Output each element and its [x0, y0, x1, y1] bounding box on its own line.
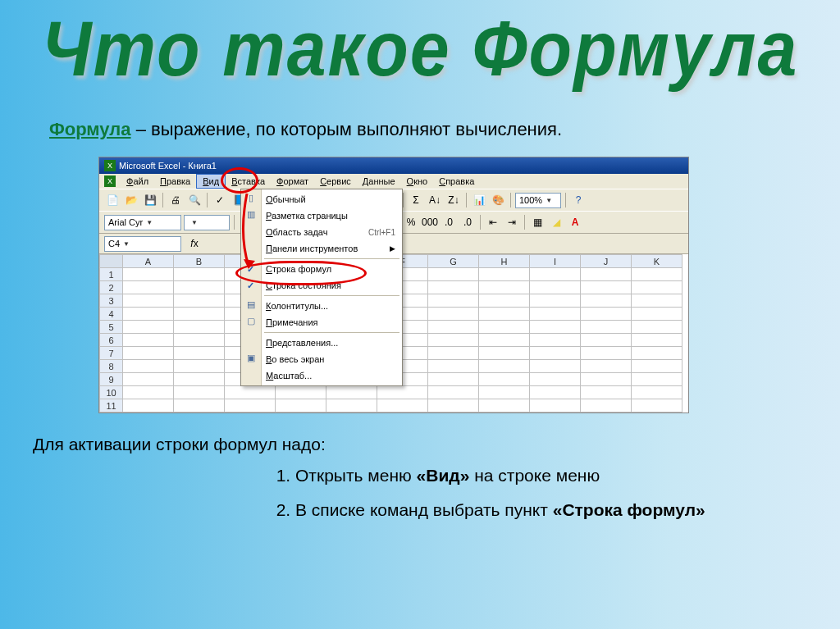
cell[interactable] — [530, 399, 581, 412]
cell[interactable] — [377, 386, 428, 399]
cell[interactable] — [174, 281, 225, 294]
menu-item[interactable]: Представления... — [241, 335, 402, 351]
cell[interactable] — [479, 294, 530, 308]
cell[interactable] — [428, 321, 479, 334]
column-header[interactable]: J — [581, 255, 632, 268]
cell[interactable] — [123, 347, 174, 360]
drawing-button[interactable]: 🎨 — [490, 192, 506, 208]
cell[interactable] — [123, 386, 174, 399]
cell[interactable] — [530, 281, 581, 294]
menu-справка[interactable]: Справка — [433, 175, 480, 188]
cell[interactable] — [581, 268, 632, 281]
autosum-button[interactable]: Σ — [408, 192, 424, 208]
cell[interactable] — [174, 321, 225, 334]
cell[interactable] — [123, 308, 174, 321]
cell[interactable] — [174, 268, 225, 281]
cell[interactable] — [581, 281, 632, 294]
cell[interactable] — [530, 386, 581, 399]
borders-button[interactable]: ▦ — [529, 214, 546, 230]
row-header[interactable]: 5 — [100, 321, 123, 334]
cell[interactable] — [174, 294, 225, 308]
row-header[interactable]: 11 — [100, 399, 123, 412]
cell[interactable] — [632, 373, 682, 386]
cell[interactable] — [479, 373, 530, 386]
menu-item[interactable]: ▢Примечания — [241, 314, 402, 330]
menu-вид[interactable]: Вид — [196, 174, 226, 189]
cell[interactable] — [479, 334, 530, 347]
row-header[interactable]: 7 — [100, 347, 123, 360]
menu-item[interactable]: Строка состояния — [241, 277, 402, 294]
menu-item[interactable]: Область задачCtrl+F1 — [241, 224, 402, 240]
cell[interactable] — [428, 294, 479, 308]
cell[interactable] — [530, 308, 581, 321]
cell[interactable] — [581, 347, 632, 360]
cell[interactable] — [530, 347, 581, 360]
column-header[interactable]: B — [174, 255, 225, 268]
fill-color-button[interactable]: ◢ — [548, 214, 564, 230]
menu-вставка[interactable]: Вставка — [226, 175, 271, 188]
row-header[interactable]: 9 — [100, 373, 123, 386]
cell[interactable] — [632, 347, 682, 360]
cell[interactable] — [225, 399, 276, 412]
cell[interactable] — [174, 308, 225, 321]
open-button[interactable]: 📂 — [123, 192, 139, 208]
cell[interactable] — [632, 321, 682, 334]
cell[interactable] — [123, 321, 174, 334]
cell[interactable] — [581, 334, 632, 347]
row-header[interactable]: 2 — [100, 281, 123, 294]
name-box[interactable]: C4▼ — [104, 236, 181, 252]
column-header[interactable]: I — [530, 255, 581, 268]
column-header[interactable]: H — [479, 255, 530, 268]
cell[interactable] — [428, 268, 479, 281]
font-size-combo[interactable]: ▼ — [184, 215, 230, 230]
cell[interactable] — [123, 268, 174, 281]
menu-item[interactable]: ▯Обычный — [241, 191, 402, 207]
menu-item[interactable]: Панели инструментов▶ — [241, 240, 402, 257]
inc-indent-button[interactable]: ⇥ — [504, 214, 520, 230]
cell[interactable] — [581, 321, 632, 334]
cell[interactable] — [530, 334, 581, 347]
cell[interactable] — [123, 334, 174, 347]
preview-button[interactable]: 🔍 — [186, 192, 203, 208]
cell[interactable] — [581, 308, 632, 321]
dec-decimal-button[interactable]: .0 — [459, 214, 476, 230]
cell[interactable] — [632, 334, 682, 347]
cell[interactable] — [581, 399, 632, 412]
row-header[interactable]: 6 — [100, 334, 123, 347]
spelling-button[interactable]: ✓ — [212, 192, 228, 208]
sort-desc-button[interactable]: Z↓ — [445, 192, 462, 208]
column-header[interactable]: K — [632, 255, 682, 268]
cell[interactable] — [632, 360, 682, 373]
menu-item[interactable]: Масштаб... — [241, 367, 402, 384]
cell[interactable] — [123, 294, 174, 308]
cell[interactable] — [428, 334, 479, 347]
cell[interactable] — [632, 386, 682, 399]
menu-item[interactable]: Строка формул — [241, 261, 402, 277]
row-header[interactable]: 3 — [100, 294, 123, 308]
cell[interactable] — [428, 360, 479, 373]
cell[interactable] — [276, 399, 326, 412]
cell[interactable] — [428, 281, 479, 294]
menu-item[interactable]: ▣Во весь экран — [241, 351, 402, 367]
row-header[interactable]: 8 — [100, 360, 123, 373]
cell[interactable] — [174, 386, 225, 399]
cell[interactable] — [428, 308, 479, 321]
cell[interactable] — [428, 386, 479, 399]
cell[interactable] — [377, 399, 428, 412]
cell[interactable] — [479, 268, 530, 281]
cell[interactable] — [174, 373, 225, 386]
cell[interactable] — [174, 399, 225, 412]
cell[interactable] — [530, 321, 581, 334]
cell[interactable] — [632, 308, 682, 321]
cell[interactable] — [530, 360, 581, 373]
cell[interactable] — [479, 360, 530, 373]
menu-правка[interactable]: Правка — [154, 175, 196, 188]
cell[interactable] — [123, 399, 174, 412]
menu-формат[interactable]: Формат — [271, 175, 314, 188]
cell[interactable] — [428, 347, 479, 360]
row-header[interactable]: 4 — [100, 308, 123, 321]
cell[interactable] — [632, 399, 682, 412]
column-header[interactable]: A — [123, 255, 174, 268]
cell[interactable] — [581, 373, 632, 386]
chart-button[interactable]: 📊 — [471, 192, 487, 208]
